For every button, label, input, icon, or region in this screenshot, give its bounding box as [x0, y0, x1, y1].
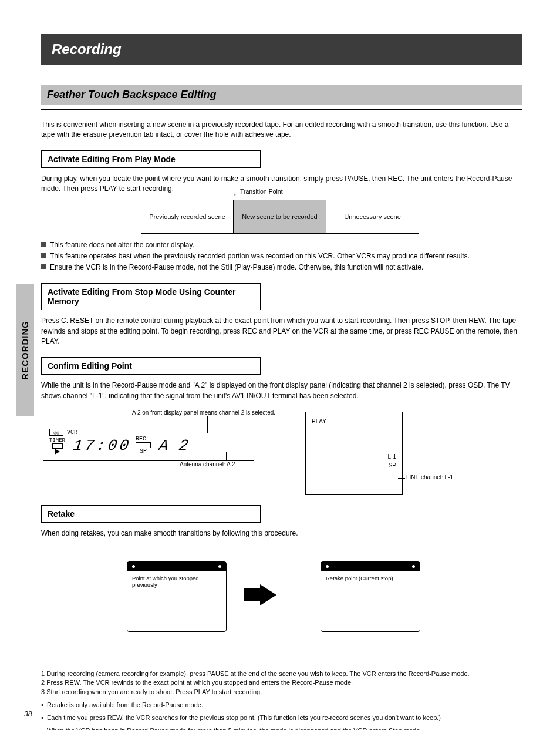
timer-indicator: TIMER: [49, 438, 65, 455]
note-3: •When the VCR has been in Record-Pause m…: [41, 726, 522, 730]
step-1: 1 During recording (camera recording for…: [41, 670, 522, 679]
tv-callout-line2: [398, 485, 405, 485]
cassette-left: Point at which you stopped previously: [127, 561, 227, 632]
display-illustration: A 2 on front display panel means channel…: [41, 409, 522, 494]
callout-top: A 2 on front display panel means channel…: [132, 409, 275, 416]
tv-display: PLAY L-1 SP: [305, 412, 403, 495]
bullet-icon: [41, 264, 46, 269]
cassette-reel-icon: [132, 565, 135, 568]
cassette-reel-icon: [218, 565, 221, 568]
cassette-right-label: Retake point (Current stop): [321, 571, 420, 585]
tv-callout-line: [398, 478, 405, 479]
side-tab-text: RECORDING: [20, 321, 30, 380]
section-memory-title: Activate Editing From Stop Mode Using Co…: [48, 287, 235, 306]
section-retake-text: When doing retakes, you can make smooth …: [41, 529, 522, 539]
bullet-dot: •: [41, 714, 47, 723]
seg-a: A: [158, 437, 172, 455]
bullet-1: This feature does not alter the counter …: [41, 240, 522, 251]
bullet-dot: •: [41, 726, 47, 730]
page-number: 38: [24, 710, 32, 718]
cassette-reel-icon: [412, 565, 415, 568]
note-1-text: Retake is only available from the Record…: [47, 701, 203, 710]
tape-cell-unnecessary: Unnecessary scene: [326, 200, 419, 233]
seg-time: 17:00: [72, 437, 132, 455]
cassette-icon: ◎◎: [49, 429, 63, 436]
note-1: •Retake is only available from the Recor…: [41, 701, 522, 710]
cassette-right: Retake point (Current stop): [321, 561, 420, 632]
play-icon: [55, 449, 60, 455]
cassette-reel-icon: [326, 565, 329, 568]
section-confirm-title: Confirm Editing Point: [48, 361, 132, 371]
transition-arrow: ↓Transition Point: [233, 189, 237, 197]
tape-cell-new: New scene to be recorded: [234, 200, 326, 233]
bullet-3-text: Ensure the VCR is in the Record-Pause mo…: [50, 262, 423, 273]
section-activate-heading: Activate Editing From Play Mode: [41, 150, 261, 168]
vcr-front-panel: ◎◎ VCR TIMER 17:00 REC SP A 2: [43, 426, 254, 461]
bullet-2-text: This feature operates best when the prev…: [50, 251, 470, 262]
bullet-icon: [41, 242, 46, 247]
callout-top-text: A 2 on front display panel means channel…: [132, 409, 275, 416]
cassette-left-label: Point at which you stopped previously: [127, 571, 226, 591]
step-2: 2 Press REW. The VCR rewinds to the exac…: [41, 678, 522, 688]
page-title: Recording: [52, 41, 122, 57]
note-2: •Each time you press REW, the VCR search…: [41, 714, 522, 723]
section-activate-title: Activate Editing From Play Mode: [48, 154, 176, 164]
seg-num: 2: [178, 437, 192, 455]
callout-vline: [226, 452, 227, 461]
subheader-bar: Feather Touch Backspace Editing: [41, 85, 522, 105]
section-confirm-heading: Confirm Editing Point: [41, 357, 261, 375]
bullet-list: This feature does not alter the counter …: [41, 240, 522, 273]
bullet-3: Ensure the VCR is in the Record-Pause mo…: [41, 262, 522, 273]
section-memory-heading: Activate Editing From Stop Mode Using Co…: [41, 283, 261, 310]
tv-line-play: PLAY: [312, 417, 396, 426]
note-2-text: Each time you press REW, the VCR searche…: [47, 714, 441, 723]
cassette-diagram: Point at which you stopped previously Re…: [41, 552, 522, 658]
footnotes: 1 During recording (camera recording for…: [41, 670, 522, 731]
sp-label: SP: [136, 448, 151, 455]
callout-bottom: Antenna channel: A 2: [180, 461, 235, 467]
tv-line-channel: L-1: [312, 452, 396, 461]
page-title-bar: Recording: [41, 34, 522, 65]
bullet-2: This feature operates best when the prev…: [41, 251, 522, 262]
timer-box-icon: [52, 443, 63, 449]
intro-text: This is convenient when inserting a new …: [41, 120, 522, 140]
tv-callout: LINE channel: L-1: [406, 474, 453, 480]
bullet-dot: •: [41, 701, 47, 710]
cassette-topbar: [127, 562, 226, 571]
rec-sp-block: REC SP: [136, 436, 151, 455]
bullet-1-text: This feature does not alter the counter …: [50, 240, 194, 251]
tape-diagram: ↓Transition Point Previously recorded sc…: [141, 200, 419, 234]
section-memory-text: Press C. RESET on the remote control dur…: [41, 316, 522, 347]
step-3: 3 Start recording when you are ready to …: [41, 688, 522, 697]
subheader-block: Feather Touch Backspace Editing: [41, 85, 522, 110]
section-retake-title: Retake: [48, 509, 75, 519]
vcr-indicator: VCR: [67, 429, 77, 436]
tv-callout-text: LINE channel: L-1: [406, 474, 453, 480]
bullet-icon: [41, 253, 46, 258]
transition-label: Transition Point: [240, 188, 283, 195]
side-tab: RECORDING: [16, 284, 34, 416]
section-confirm-text: While the unit is in the Record-Pause mo…: [41, 381, 522, 401]
timer-label: TIMER: [49, 438, 65, 443]
section-retake-heading: Retake: [41, 505, 261, 523]
callout-bottom-text: Antenna channel: A 2: [180, 461, 235, 467]
tape-cell-previous: Previously recorded scene: [141, 200, 234, 233]
page-content: Recording Feather Touch Backspace Editin…: [41, 34, 522, 730]
cassette-topbar: [321, 562, 420, 571]
sp-rect-icon: [136, 442, 151, 448]
subheader-title: Feather Touch Backspace Editing: [47, 89, 216, 100]
tv-line-sp: SP: [312, 461, 396, 470]
note-3-text: When the VCR has been in Record-Pause mo…: [47, 726, 421, 730]
rec-label: REC: [136, 436, 151, 442]
subheader-underline: [41, 105, 522, 110]
